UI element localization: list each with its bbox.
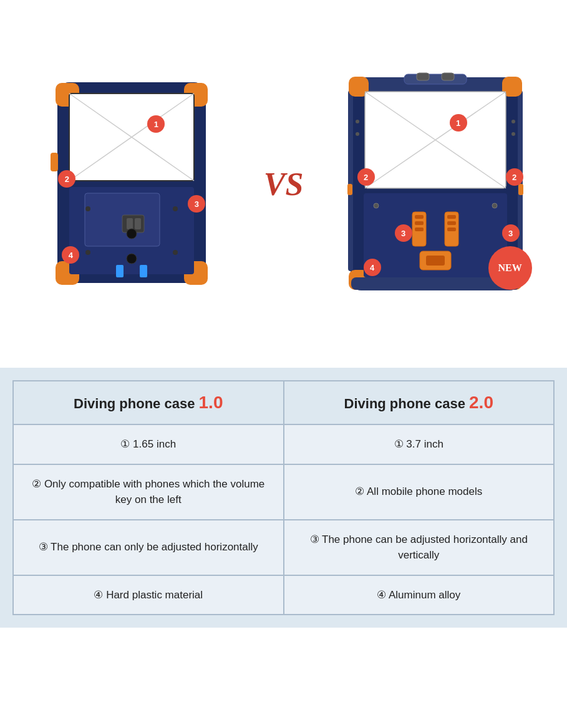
table-cell-right-2: ② All mobile phone models	[284, 464, 555, 520]
top-section: 1 2 3 4 VS	[0, 0, 567, 368]
table-cell-left-4: ④ Hard plastic material	[13, 575, 284, 615]
svg-rect-43	[415, 221, 424, 225]
badge-2b-v2: 2	[506, 168, 523, 186]
svg-point-56	[356, 120, 359, 123]
table-cell-left-3: ③ The phone can only be adjusted horizon…	[13, 520, 284, 575]
product-image-v2: 1 2 2 3 3 4 NEW	[309, 72, 561, 296]
badge-2a-v2: 2	[357, 168, 375, 186]
badge-1-v2: 1	[450, 114, 467, 132]
header-v1-version: 1.0	[199, 393, 223, 412]
svg-point-13	[85, 206, 90, 211]
svg-rect-12	[135, 218, 141, 229]
product-image-v1: 1 2 3 4	[6, 78, 258, 290]
header-v2: Diving phone case 2.0	[284, 381, 555, 424]
svg-rect-50	[426, 256, 445, 266]
svg-rect-24	[404, 74, 467, 84]
svg-rect-42	[415, 215, 424, 219]
svg-rect-52	[347, 184, 352, 195]
new-badge: NEW	[488, 246, 532, 290]
comparison-table: Diving phone case 1.0 Diving phone case …	[12, 380, 555, 615]
case-v2-container: 1 2 2 3 3 4 NEW	[345, 72, 526, 296]
table-cell-left-1: ① 1.65 inch	[13, 424, 284, 464]
header-v1: Diving phone case 1.0	[13, 381, 284, 424]
svg-point-55	[511, 132, 515, 136]
svg-rect-46	[447, 215, 456, 219]
table-row-4: ④ Hard plastic material④ Aluminum alloy	[13, 575, 554, 615]
svg-point-14	[173, 206, 178, 211]
case-v1-container: 1 2 3 4	[51, 78, 213, 290]
table-cell-right-3: ③ The phone can be adjusted horizontally…	[284, 520, 555, 575]
header-v1-text: Diving phone case	[74, 396, 199, 411]
svg-rect-27	[348, 90, 353, 271]
svg-rect-21	[51, 153, 58, 171]
svg-rect-47	[447, 221, 456, 225]
svg-rect-20	[140, 265, 147, 277]
badge-3b-v2: 3	[502, 224, 520, 242]
badge-3a-v2: 3	[395, 224, 412, 242]
svg-point-18	[127, 254, 137, 264]
table-row-3: ③ The phone can only be adjusted horizon…	[13, 520, 554, 575]
svg-rect-48	[447, 228, 456, 231]
svg-point-57	[356, 132, 359, 136]
vs-label: VS	[258, 166, 310, 203]
svg-rect-25	[417, 73, 429, 80]
bottom-section: Diving phone case 1.0 Diving phone case …	[0, 368, 567, 628]
header-v2-version: 2.0	[469, 393, 493, 412]
svg-rect-19	[116, 265, 124, 277]
table-row-2: ② Only compatible with phones which the …	[13, 464, 554, 520]
svg-point-54	[511, 120, 515, 123]
table-cell-right-4: ④ Aluminum alloy	[284, 575, 555, 615]
table-cell-left-2: ② Only compatible with phones which the …	[13, 464, 284, 520]
svg-point-38	[492, 203, 497, 208]
svg-rect-26	[442, 73, 454, 80]
svg-point-17	[127, 229, 137, 239]
badge-4-v2: 4	[364, 259, 381, 276]
svg-point-37	[374, 203, 379, 208]
svg-point-15	[85, 250, 90, 255]
table-cell-right-1: ① 3.7 inch	[284, 424, 555, 464]
svg-rect-53	[518, 184, 523, 195]
svg-rect-11	[127, 218, 133, 229]
svg-rect-44	[415, 228, 424, 231]
header-v2-text: Diving phone case	[344, 396, 470, 411]
svg-point-16	[173, 250, 178, 255]
table-row-1: ① 1.65 inch① 3.7 inch	[13, 424, 554, 464]
